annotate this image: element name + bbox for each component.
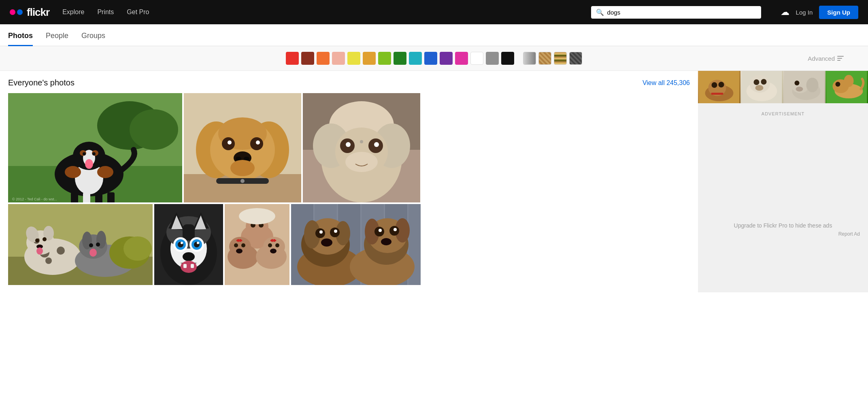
svg-text:© 2012 - Ted Cali - do wst...: © 2012 - Ted Cali - do wst... <box>12 197 57 201</box>
search-icon: 🔍 <box>596 9 604 16</box>
svg-point-158 <box>836 82 840 87</box>
photo-cell-dog3[interactable] <box>303 93 420 202</box>
photo-cell-dog2[interactable] <box>184 93 301 202</box>
photo-cell-dog4[interactable] <box>8 204 153 285</box>
login-link[interactable]: Log In <box>796 9 813 16</box>
svg-point-140 <box>712 82 717 88</box>
upload-icon[interactable]: ☁ <box>781 7 789 17</box>
svg-rect-18 <box>107 192 115 202</box>
svg-point-69 <box>96 243 100 247</box>
svg-point-3 <box>130 109 178 150</box>
color-swatch-purple[interactable] <box>440 52 453 65</box>
svg-point-35 <box>240 179 245 183</box>
tab-groups[interactable]: Groups <box>81 24 105 46</box>
svg-point-68 <box>89 243 93 247</box>
color-filter-bar: Advanced <box>0 46 868 71</box>
logo[interactable]: flickr <box>10 6 49 19</box>
svg-point-109 <box>239 208 275 224</box>
svg-rect-77 <box>183 224 195 240</box>
svg-point-55 <box>45 257 52 264</box>
tab-people[interactable]: People <box>46 24 68 46</box>
color-swatch-red[interactable] <box>286 52 299 65</box>
color-swatch-gray[interactable] <box>486 52 499 65</box>
photo-grid-top: © 2012 - Ted Cali - do wst... <box>8 93 690 202</box>
dot-blue <box>17 9 23 15</box>
explore-nav-link[interactable]: Explore <box>62 9 84 16</box>
view-all-link[interactable]: View all 245,306 <box>642 79 690 87</box>
svg-point-154 <box>806 78 819 92</box>
color-swatch-pink-hot[interactable] <box>455 52 468 65</box>
svg-point-107 <box>275 243 279 247</box>
svg-rect-15 <box>71 192 78 202</box>
svg-rect-92 <box>183 264 187 268</box>
logo-text: flickr <box>27 6 49 19</box>
svg-point-61 <box>43 237 47 241</box>
svg-point-88 <box>181 242 183 244</box>
svg-point-45 <box>346 142 351 147</box>
sidebar: ADVERTISEMENT Upgrade to Flickr Pro to h… <box>698 71 868 292</box>
svg-point-124 <box>319 230 323 234</box>
svg-rect-142 <box>711 93 723 95</box>
svg-point-148 <box>755 85 764 91</box>
svg-point-72 <box>123 236 152 261</box>
svg-rect-93 <box>191 264 194 268</box>
color-swatch-white[interactable] <box>470 52 483 65</box>
getpro-nav-link[interactable]: Get Pro <box>127 9 149 16</box>
sidebar-thumb-3[interactable] <box>783 71 825 103</box>
svg-point-12 <box>83 152 86 155</box>
svg-point-102 <box>241 243 245 247</box>
sidebar-thumb-1[interactable] <box>698 71 740 103</box>
color-swatch-yellow-gold[interactable] <box>363 52 376 65</box>
sidebar-thumb-2[interactable] <box>740 71 783 103</box>
color-swatch-pattern1[interactable] <box>538 52 551 65</box>
photo-cell-dog6[interactable] <box>225 204 289 285</box>
section-header: Everyone's photos View all 245,306 <box>8 78 690 87</box>
svg-point-103 <box>236 249 243 253</box>
search-input[interactable] <box>607 9 756 16</box>
svg-point-152 <box>795 81 800 85</box>
section-title: Everyone's photos <box>8 78 74 87</box>
svg-point-6 <box>65 166 81 178</box>
color-swatch-blue[interactable] <box>424 52 437 65</box>
color-swatch-yellow-green[interactable] <box>378 52 391 65</box>
color-swatch-pattern3[interactable] <box>569 52 582 65</box>
color-swatch-brown[interactable] <box>301 52 314 65</box>
svg-point-90 <box>183 252 195 261</box>
svg-point-141 <box>719 82 724 87</box>
color-swatch-pink-light[interactable] <box>332 52 345 65</box>
svg-point-159 <box>844 75 854 87</box>
color-swatch-black[interactable] <box>501 52 514 65</box>
svg-point-54 <box>57 247 65 255</box>
color-swatch-orange[interactable] <box>317 52 330 65</box>
signup-button[interactable]: Sign Up <box>819 6 858 19</box>
search-bar: 🔍 <box>591 6 761 19</box>
photo-cell-dog1[interactable]: © 2012 - Ted Cali - do wst... <box>8 93 182 202</box>
nav-right-actions: ☁ Log In Sign Up <box>781 6 858 19</box>
tabs-bar: Photos People Groups <box>0 24 868 46</box>
photo-cell-dog5[interactable] <box>154 204 223 285</box>
svg-point-48 <box>345 152 378 172</box>
svg-point-13 <box>92 152 96 155</box>
color-swatch-yellow-bright[interactable] <box>347 52 360 65</box>
svg-point-28 <box>228 140 232 145</box>
photo-cell-dog7[interactable] <box>291 204 421 285</box>
sidebar-thumb-4[interactable] <box>825 71 868 103</box>
svg-point-136 <box>381 238 391 245</box>
color-swatch-gradient-gray[interactable] <box>523 52 536 65</box>
svg-point-89 <box>197 242 199 244</box>
report-ad-link[interactable]: Report Ad <box>706 231 860 237</box>
svg-point-49 <box>360 140 363 143</box>
advertisement-area: ADVERTISEMENT Upgrade to Flickr Pro to h… <box>698 103 868 245</box>
svg-point-91 <box>181 261 197 273</box>
svg-point-7 <box>97 166 113 178</box>
color-swatch-teal[interactable] <box>409 52 422 65</box>
tab-photos[interactable]: Photos <box>8 24 33 46</box>
svg-point-134 <box>379 229 382 232</box>
color-swatch-pattern2[interactable] <box>554 52 567 65</box>
prints-nav-link[interactable]: Prints <box>97 9 114 16</box>
advanced-button[interactable]: Advanced <box>808 55 844 62</box>
svg-point-126 <box>321 238 332 247</box>
svg-point-101 <box>234 243 238 247</box>
photo-section: Everyone's photos View all 245,306 <box>0 71 698 292</box>
color-swatch-green[interactable] <box>394 52 406 65</box>
